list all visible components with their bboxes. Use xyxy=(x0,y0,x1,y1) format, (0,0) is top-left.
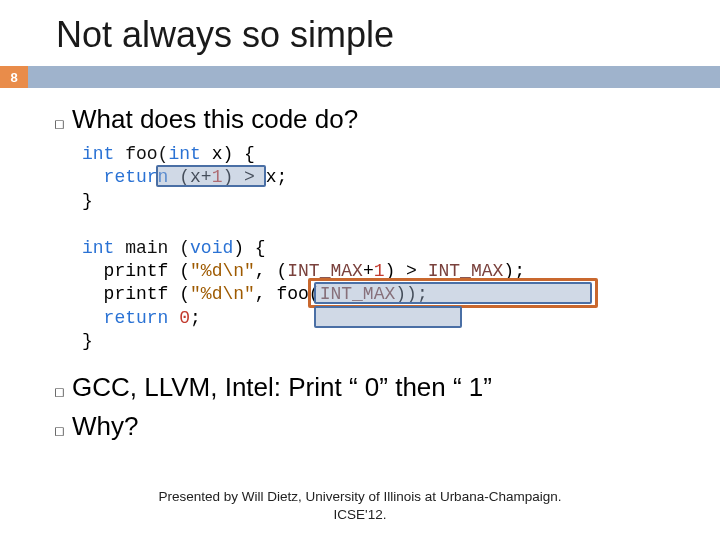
bullet-3: ◻ Why? xyxy=(54,411,720,442)
footer-line-1: Presented by Will Dietz, University of I… xyxy=(0,488,720,506)
footer-line-2: ICSE'12. xyxy=(0,506,720,524)
slide-title: Not always so simple xyxy=(0,0,720,66)
bullet-1: ◻ What does this code do? xyxy=(54,104,720,135)
divider-fill xyxy=(28,66,720,88)
code-blank-line xyxy=(82,213,720,236)
bullet-3-text: Why? xyxy=(72,411,138,442)
bullet-glyph-icon: ◻ xyxy=(54,417,72,438)
bullet-2: ◻ GCC, LLVM, Intel: Print “ 0” then “ 1” xyxy=(54,372,720,403)
highlight-box-blue-3 xyxy=(314,306,462,328)
page-number-badge: 8 xyxy=(0,66,28,88)
bullet-1-text: What does this code do? xyxy=(72,104,358,135)
code-line: int main (void) { xyxy=(82,237,720,260)
code-block: int foo(int x) { return (x+1) > x; } int… xyxy=(82,143,720,354)
content-area: ◻ What does this code do? int foo(int x)… xyxy=(0,88,720,354)
bullet-glyph-icon: ◻ xyxy=(54,110,72,131)
divider-bar: 8 xyxy=(0,66,720,88)
code-line: } xyxy=(82,330,720,353)
bullet-2-text: GCC, LLVM, Intel: Print “ 0” then “ 1” xyxy=(72,372,492,403)
code-line: } xyxy=(82,190,720,213)
highlight-box-blue-1 xyxy=(156,165,266,187)
bullet-glyph-icon: ◻ xyxy=(54,378,72,399)
code-line: int foo(int x) { xyxy=(82,143,720,166)
highlight-box-blue-2 xyxy=(314,282,592,304)
lower-bullets: ◻ GCC, LLVM, Intel: Print “ 0” then “ 1”… xyxy=(0,366,720,442)
footer: Presented by Will Dietz, University of I… xyxy=(0,488,720,524)
